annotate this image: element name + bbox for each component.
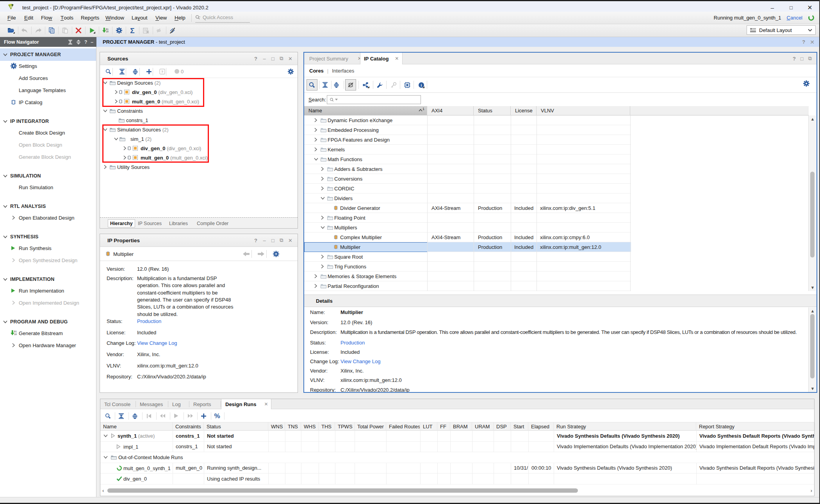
catalog-row-dynamic-function-exchange[interactable]: Dynamic Function eXchange — [304, 115, 631, 125]
collapse-all-icon[interactable] — [68, 40, 73, 44]
details-scrollbar[interactable]: ▲ ▼ — [808, 307, 816, 392]
chevron-down-icon[interactable] — [3, 120, 8, 123]
design-run-row-div-gen-0[interactable]: div_gen_0Using cached IP results — [100, 474, 814, 484]
bottom-tab-reports[interactable]: Reports — [189, 399, 221, 409]
close-x-icon[interactable] — [72, 25, 85, 35]
gear-icon[interactable] — [112, 25, 125, 35]
tree-item-div_gen_0[interactable]: div_gen_0 (div_gen_0.xci) — [100, 144, 298, 153]
chevron-down-icon[interactable] — [103, 456, 108, 459]
chevron-down-icon[interactable] — [103, 128, 107, 131]
catalog-row-trig-functions[interactable]: Trig Functions — [304, 262, 631, 272]
flow-nav-section-simulation[interactable]: SIMULATION — [0, 170, 96, 182]
chevron-down-icon[interactable] — [3, 174, 8, 177]
cancel-link[interactable]: Cancel — [787, 15, 802, 21]
collapse-icon[interactable] — [115, 411, 127, 421]
chevron-down-icon[interactable] — [103, 109, 107, 112]
add-sources-icon[interactable] — [143, 66, 155, 76]
chevron-right-icon[interactable] — [123, 146, 127, 150]
menu-tools[interactable]: Tools — [58, 12, 76, 24]
scroll-down-icon[interactable]: ▼ — [809, 285, 816, 290]
minimize-icon[interactable]: – — [262, 56, 266, 62]
catalog-row-divider-generator[interactable]: Divider GeneratorAXI4-StreamProductionIn… — [304, 203, 631, 213]
runs-column-constraints[interactable]: Constraints — [173, 422, 204, 431]
report-disabled-icon[interactable] — [139, 25, 152, 35]
sources-tab-libraries[interactable]: Libraries — [166, 219, 191, 227]
runs-column-elapsed[interactable]: Elapsed — [528, 422, 554, 431]
horizontal-scrollbar[interactable]: ‹ › — [101, 487, 813, 494]
tree-item-mult_gen_0[interactable]: mult_gen_0 (mult_gen_0.xci) — [100, 153, 298, 162]
details-value-status[interactable]: Production — [340, 340, 365, 346]
minimize-icon[interactable]: – — [262, 238, 266, 243]
chevron-down-icon[interactable] — [103, 81, 107, 84]
column-header-license[interactable]: License — [511, 106, 537, 115]
copy-icon[interactable] — [45, 25, 58, 35]
help-icon[interactable]: ? — [254, 56, 258, 62]
window-close-button[interactable]: ✕ — [802, 4, 818, 11]
close-icon[interactable]: ✕ — [288, 238, 292, 243]
chevron-right-icon[interactable] — [114, 90, 118, 94]
flow-nav-item-open-elaborated-design[interactable]: Open Elaborated Design — [0, 211, 96, 224]
flow-nav-section-ip-integrator[interactable]: IP INTEGRATOR — [0, 115, 96, 128]
sigma-icon[interactable]: Σ — [126, 25, 139, 35]
bitstream-icon[interactable]: 0110 — [99, 25, 112, 35]
runs-column-uram[interactable]: URAM — [472, 422, 494, 431]
flow-nav-section-implementation[interactable]: IMPLEMENTATION — [0, 273, 96, 286]
quick-access-input[interactable]: Quick Access — [195, 12, 250, 23]
runs-column-total-power[interactable]: Total Power — [355, 422, 386, 431]
flow-nav-section-program-and-debug[interactable]: PROGRAM AND DEBUG — [0, 316, 96, 328]
rewind-icon[interactable] — [157, 411, 168, 421]
runs-column-wns[interactable]: WNS — [268, 422, 285, 431]
sources-tab-hierarchy[interactable]: Hierarchy — [108, 219, 135, 227]
column-header-name[interactable]: Name1 — [304, 106, 427, 115]
subtab-interfaces[interactable]: Interfaces — [332, 68, 354, 74]
chevron-right-icon[interactable] — [314, 147, 317, 151]
help-icon[interactable]: ? — [793, 56, 796, 62]
flow-nav-item-language-templates[interactable]: Language Templates — [0, 84, 96, 96]
scroll-down-icon[interactable]: ▼ — [809, 386, 816, 391]
bottom-tab-tcl-console[interactable]: Tcl Console — [100, 399, 136, 409]
info-icon[interactable]: i — [416, 79, 427, 91]
chevron-down-icon[interactable] — [3, 235, 8, 238]
menu-view[interactable]: View — [153, 12, 169, 24]
runs-column-ths[interactable]: THS — [319, 422, 335, 431]
runs-column-lut[interactable]: LUT — [420, 422, 437, 431]
help-icon[interactable]: ? — [84, 39, 87, 45]
chevron-right-icon[interactable] — [314, 284, 317, 288]
chevron-down-icon[interactable] — [103, 434, 108, 437]
chevron-right-icon[interactable] — [12, 343, 15, 347]
catalog-row-conversions[interactable]: Conversions — [304, 174, 631, 184]
details-value-changelog[interactable]: View Change Log — [340, 358, 380, 364]
window-maximize-button[interactable]: □ — [783, 5, 799, 11]
catalog-row-memories-storage-elements[interactable]: Memories & Storage Elements — [304, 272, 631, 281]
flow-nav-item-open-synthesized-design[interactable]: Open Synthesized Design — [0, 254, 96, 266]
tab-project-summary[interactable]: Project Summary✕ — [304, 53, 367, 64]
scrollbar-thumb[interactable] — [107, 488, 578, 493]
sources-tab-compile-order[interactable]: Compile Order — [193, 219, 232, 227]
hierarchy-icon[interactable] — [360, 79, 371, 91]
expand-icon[interactable] — [129, 411, 141, 421]
paste-icon[interactable] — [59, 25, 71, 35]
wrench-icon[interactable] — [374, 79, 385, 91]
chevron-down-icon[interactable] — [314, 158, 318, 161]
design-run-row-out-of-context-module-runs[interactable]: Out-of-Context Module Runs — [100, 452, 814, 463]
column-header-axi4[interactable]: AXI4 — [427, 106, 474, 115]
search-icon[interactable] — [307, 79, 317, 91]
flow-nav-item-open-hardware-manager[interactable]: Open Hardware Manager — [0, 339, 96, 351]
forward-icon[interactable] — [184, 411, 196, 421]
tree-item-utility-sources[interactable]: Utility Sources — [100, 162, 298, 172]
help-icon[interactable]: ? — [802, 39, 805, 45]
flow-nav-item-create-block-design[interactable]: Create Block Design — [0, 126, 96, 138]
scrollbar-thumb[interactable] — [810, 314, 815, 378]
layout-selector[interactable]: Default Layout — [747, 25, 816, 35]
tree-item-div_gen_0[interactable]: div_gen_0 (div_gen_0.xci) — [100, 87, 298, 97]
catalog-row-multiplier[interactable]: MultiplierProductionIncludedxilinx.com:i… — [304, 242, 631, 252]
search-icon[interactable] — [102, 66, 115, 76]
menu-window[interactable]: Window — [103, 12, 127, 24]
design-run-row-impl-1[interactable]: impl_1constrs_1Not startedVivado Impleme… — [100, 442, 814, 453]
catalog-row-floating-point[interactable]: Floating Point — [304, 213, 631, 223]
chevron-right-icon[interactable] — [321, 186, 324, 190]
flow-nav-section-project-manager[interactable]: PROJECT MANAGER — [0, 48, 96, 61]
catalog-row-fpga-features-and-design[interactable]: FPGA Features and Design — [304, 135, 631, 145]
catalog-row-partial-reconfiguration[interactable]: Partial Reconfiguration — [304, 281, 631, 291]
menu-help[interactable]: Help — [172, 12, 188, 24]
